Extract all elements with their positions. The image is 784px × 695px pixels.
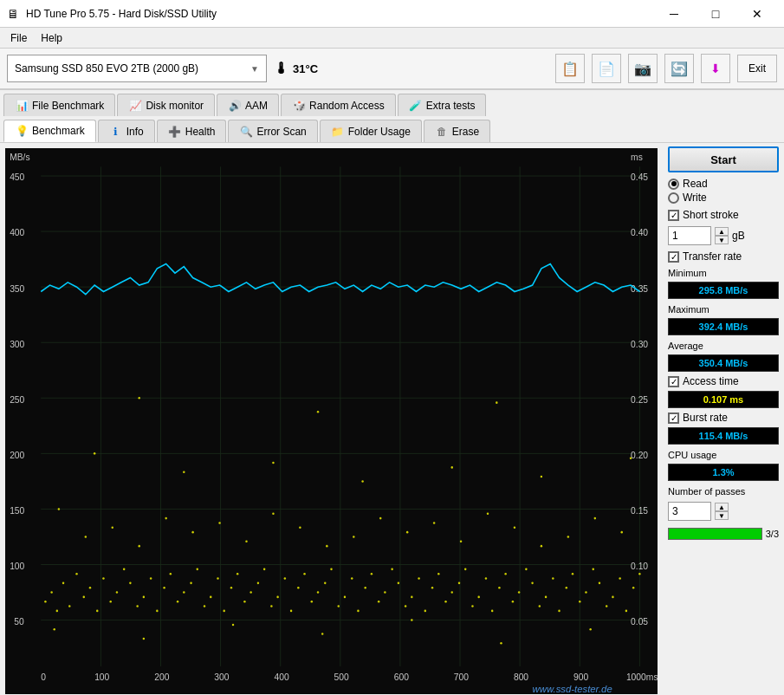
svg-point-107 [418, 577, 419, 580]
random-access-icon: 🎲 [292, 99, 306, 113]
copy2-button[interactable]: 📄 [592, 54, 621, 83]
tab-health-label: Health [185, 126, 216, 138]
stroke-spinbox[interactable]: 1 [668, 226, 711, 245]
tab-extra-tests[interactable]: 🧪 Extra tests [398, 94, 487, 116]
tab-error-scan[interactable]: 🔍 Error Scan [228, 120, 317, 142]
svg-point-167 [451, 466, 453, 469]
svg-point-81 [243, 601, 245, 603]
svg-point-57 [83, 596, 85, 599]
svg-point-144 [138, 545, 139, 548]
tab-folder-usage[interactable]: 📁 Folder Usage [320, 120, 422, 142]
passes-value: 3 [672, 505, 678, 517]
tab-info[interactable]: ℹ Info [98, 120, 155, 142]
maximum-value: 392.4 MB/s [668, 318, 779, 335]
svg-point-149 [272, 512, 274, 515]
svg-point-129 [566, 587, 567, 589]
file-benchmark-icon: 📊 [15, 99, 29, 113]
svg-point-108 [424, 610, 426, 613]
passes-spinbox[interactable]: 3 [668, 502, 711, 521]
average-value: 350.4 MB/s [668, 354, 779, 372]
svg-point-135 [606, 605, 607, 607]
svg-text:www.ssd-tester.de: www.ssd-tester.de [533, 684, 612, 694]
tab-random-access[interactable]: 🎲 Random Access [281, 94, 396, 116]
progress-text: 3/3 [766, 529, 779, 539]
burst-rate-checkbox[interactable]: Burst rate [668, 412, 779, 424]
svg-text:300: 300 [10, 339, 24, 348]
download-button[interactable]: ⬇ [701, 54, 730, 83]
svg-point-67 [150, 577, 152, 580]
tabs-container-top: 📊 File Benchmark 📈 Disk monitor 🔊 AAM 🎲 … [0, 90, 784, 143]
tab-benchmark[interactable]: 💡 Benchmark [3, 120, 96, 142]
svg-point-85 [270, 605, 272, 607]
tab-disk-monitor[interactable]: 📈 Disk monitor [117, 94, 215, 116]
short-stroke-checkbox[interactable]: Short stroke [668, 209, 779, 221]
tab-file-benchmark[interactable]: 📊 File Benchmark [3, 94, 115, 116]
svg-point-140 [638, 573, 640, 575]
svg-text:800: 800 [514, 672, 528, 682]
svg-point-78 [223, 610, 224, 613]
svg-point-64 [129, 582, 131, 585]
mode-radio-group: Read Write [668, 176, 779, 205]
passes-up-arrow[interactable]: ▲ [715, 503, 729, 511]
svg-point-70 [170, 573, 172, 575]
svg-point-137 [619, 577, 620, 580]
exit-button[interactable]: Exit [737, 55, 777, 82]
svg-text:200: 200 [10, 451, 24, 460]
tab-aam[interactable]: 🔊 AAM [217, 94, 279, 116]
screenshot-button[interactable]: 📷 [628, 54, 658, 83]
svg-point-117 [485, 577, 487, 580]
start-button[interactable]: Start [668, 146, 779, 172]
svg-point-113 [458, 582, 460, 585]
svg-point-55 [68, 605, 70, 607]
svg-point-178 [500, 642, 502, 645]
copy-button[interactable]: 📋 [555, 54, 585, 83]
svg-text:MB/s: MB/s [10, 153, 29, 162]
tab-file-benchmark-label: File Benchmark [32, 100, 104, 112]
menu-file[interactable]: File [3, 28, 34, 48]
svg-point-80 [236, 573, 238, 575]
svg-point-177 [411, 619, 412, 621]
main-content: MB/s 450 400 350 300 250 200 150 100 50 … [0, 143, 784, 695]
svg-point-166 [361, 480, 363, 483]
maximize-button[interactable]: □ [696, 2, 735, 26]
svg-point-91 [311, 601, 313, 603]
passes-label: Number of passes [668, 486, 779, 497]
temperature-display: 🌡 31°C [274, 60, 318, 78]
tab-disk-monitor-label: Disk monitor [146, 100, 204, 112]
transfer-rate-label: Transfer rate [683, 250, 742, 263]
stroke-down-arrow[interactable]: ▼ [715, 236, 729, 244]
refresh-button[interactable]: 🔄 [664, 54, 694, 83]
svg-point-110 [437, 573, 439, 575]
svg-point-119 [498, 587, 500, 589]
chevron-down-icon: ▼ [250, 64, 259, 74]
burst-rate-checkbox-box [668, 412, 679, 424]
svg-point-76 [210, 596, 211, 599]
write-radio[interactable]: Write [668, 192, 779, 204]
tab-extra-tests-label: Extra tests [426, 100, 476, 112]
read-radio[interactable]: Read [668, 178, 779, 190]
drive-select[interactable]: Samsung SSD 850 EVO 2TB (2000 gB) ▼ [7, 55, 267, 82]
svg-point-174 [143, 638, 145, 640]
aam-icon: 🔊 [228, 99, 242, 113]
short-stroke-label: Short stroke [683, 209, 739, 221]
svg-point-142 [85, 536, 87, 538]
svg-point-134 [599, 582, 600, 585]
tab-erase[interactable]: 🗑 Erase [424, 120, 490, 142]
minimize-button[interactable]: ─ [654, 2, 694, 26]
svg-point-99 [364, 587, 366, 589]
svg-point-165 [272, 462, 274, 464]
close-button[interactable]: ✕ [737, 2, 777, 26]
svg-text:0.35: 0.35 [631, 283, 648, 293]
svg-point-103 [391, 568, 392, 571]
stroke-up-arrow[interactable]: ▲ [715, 227, 729, 236]
transfer-rate-checkbox[interactable]: Transfer rate [668, 250, 779, 263]
svg-point-68 [156, 610, 158, 613]
tab-health[interactable]: ➕ Health [157, 120, 227, 142]
drive-select-label: Samsung SSD 850 EVO 2TB (2000 gB) [15, 62, 198, 75]
passes-down-arrow[interactable]: ▼ [715, 511, 729, 520]
access-time-checkbox[interactable]: Access time [668, 375, 779, 387]
tab-folder-usage-label: Folder Usage [348, 126, 411, 138]
menu-help[interactable]: Help [34, 28, 69, 48]
svg-point-124 [531, 582, 533, 585]
svg-point-143 [112, 527, 113, 529]
